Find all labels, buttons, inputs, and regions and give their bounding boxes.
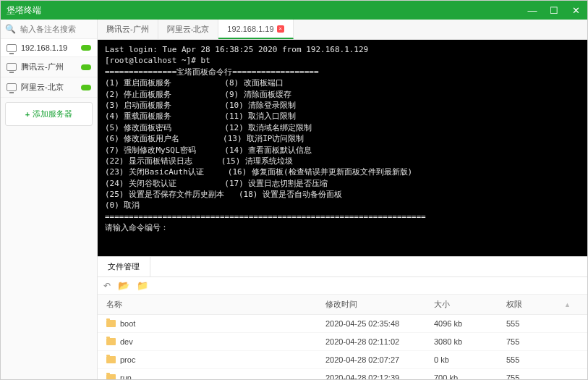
table-row[interactable]: run 2020-04-28 02:12:39 700 kb 755 [98,369,587,379]
file-size: 0 kb [434,355,506,364]
monitor-icon [7,63,17,71]
fm-tabs: 文件管理 [98,257,587,277]
server-item[interactable]: 腾讯云-广州 [1,57,97,77]
tab-label: 阿里云-北京 [167,24,210,35]
minimize-button[interactable]: — [527,5,538,16]
server-name: 192.168.1.19 [21,43,77,52]
file-perm: 755 [506,373,564,379]
file-mtime: 2020-04-28 02:07:27 [325,355,434,364]
server-item[interactable]: 阿里云-北京 [1,77,97,98]
scroll-up-icon[interactable]: ▲ [564,301,579,308]
table-row[interactable]: dev 2020-04-28 02:11:02 3080 kb 755 [98,333,587,351]
titlebar: 堡塔终端 — ☐ ✕ [1,1,587,20]
file-name: run [120,373,132,379]
undo-icon[interactable]: ↶ [103,281,111,291]
tab-label: 腾讯云-广州 [106,24,149,35]
folder-open-icon[interactable]: 📂 [118,280,129,291]
status-badge [81,85,91,90]
folder-icon [106,320,116,327]
fm-tab-files[interactable]: 文件管理 [98,257,150,276]
server-item[interactable]: 192.168.1.19 [1,39,97,57]
add-server-button[interactable]: + 添加服务器 [5,102,93,126]
tab[interactable]: 腾讯云-广州 [98,20,158,39]
folder-icon [106,338,116,345]
table-row[interactable]: proc 2020-04-28 02:07:27 0 kb 555 [98,351,587,369]
file-size: 4096 kb [434,319,506,328]
search-input[interactable] [20,25,93,33]
file-name: proc [120,355,135,364]
window-title: 堡塔终端 [7,4,527,17]
monitor-icon [7,83,17,91]
table-row[interactable]: boot 2020-04-25 02:35:48 4096 kb 555 [98,315,587,333]
monitor-icon [7,44,17,52]
close-button[interactable]: ✕ [570,5,581,16]
tab-label: 192.168.1.19 [227,25,273,33]
server-name: 腾讯云-广州 [21,62,77,72]
plus-icon: + [25,110,30,119]
fm-header: 名称 修改时间 大小 权限 ▲ [98,295,587,315]
file-perm: 755 [506,337,564,346]
col-size: 大小 [434,299,506,310]
sidebar: 🔍 192.168.1.19 腾讯云-广州 阿里云-北京 + 添加服务器 [1,20,98,379]
file-perm: 555 [506,319,564,328]
status-badge [81,45,91,51]
fm-table: 名称 修改时间 大小 权限 ▲ boot 2020-04-25 02:35:48… [98,295,587,379]
server-name: 阿里云-北京 [21,82,77,93]
file-mtime: 2020-04-28 02:12:39 [325,373,434,379]
tabs: 腾讯云-广州阿里云-北京192.168.1.19× [98,20,587,40]
folder-icon [106,356,116,363]
col-perm: 权限 [506,299,564,310]
search-icon: 🔍 [5,24,16,34]
file-name: dev [120,337,133,346]
tab[interactable]: 阿里云-北京 [158,20,219,39]
tab[interactable]: 192.168.1.19× [218,20,293,39]
file-size: 700 kb [434,373,506,379]
main-area: 腾讯云-广州阿里云-北京192.168.1.19× Last login: Tu… [98,20,587,379]
file-manager: 文件管理 ↶ 📂 📁 名称 修改时间 大小 权限 ▲ boot 2020 [98,256,587,379]
fm-toolbar: ↶ 📂 📁 [98,277,587,295]
close-icon[interactable]: × [277,25,284,33]
folder-icon [106,374,116,379]
folder-refresh-icon[interactable]: 📁 [137,280,148,291]
status-badge [81,64,91,70]
file-perm: 555 [506,355,564,364]
search-row: 🔍 [1,20,97,39]
window-controls: — ☐ ✕ [527,5,581,16]
col-name: 名称 [106,299,325,310]
col-mtime: 修改时间 [325,299,434,310]
file-mtime: 2020-04-25 02:35:48 [325,319,434,328]
terminal-output[interactable]: Last login: Tue Apr 28 16:38:25 2020 fro… [98,40,587,256]
file-size: 3080 kb [434,337,506,346]
file-mtime: 2020-04-28 02:11:02 [325,337,434,346]
maximize-button[interactable]: ☐ [548,5,560,16]
file-name: boot [120,319,135,328]
add-server-label: 添加服务器 [33,109,72,119]
